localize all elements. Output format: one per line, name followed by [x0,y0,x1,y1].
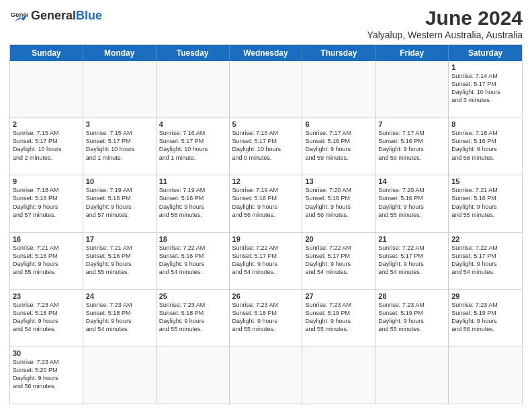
cell-info: Sunrise: 7:19 AM Sunset: 5:16 PM Dayligh… [159,186,226,219]
cal-cell-0-5 [375,61,449,118]
cal-cell-1-5: 7Sunrise: 7:17 AM Sunset: 5:16 PM Daylig… [375,118,449,175]
calendar: Sunday Monday Tuesday Wednesday Thursday… [9,44,523,404]
day-number: 13 [305,177,372,185]
day-number: 9 [13,177,80,185]
cal-cell-3-2: 18Sunrise: 7:22 AM Sunset: 5:16 PM Dayli… [157,233,230,289]
cal-cell-0-6: 1Sunrise: 7:14 AM Sunset: 5:17 PM Daylig… [449,61,522,118]
cal-cell-1-6: 8Sunrise: 7:18 AM Sunset: 5:16 PM Daylig… [449,118,522,175]
cell-info: Sunrise: 7:19 AM Sunset: 5:16 PM Dayligh… [86,186,153,219]
cell-info: Sunrise: 7:21 AM Sunset: 5:16 PM Dayligh… [86,244,153,277]
cal-cell-4-5: 28Sunrise: 7:23 AM Sunset: 5:19 PM Dayli… [375,290,449,347]
cell-info: Sunrise: 7:22 AM Sunset: 5:17 PM Dayligh… [305,244,372,277]
cal-cell-3-5: 21Sunrise: 7:22 AM Sunset: 5:17 PM Dayli… [375,233,449,289]
cal-cell-4-0: 23Sunrise: 7:23 AM Sunset: 5:18 PM Dayli… [10,290,83,347]
day-number: 2 [13,120,80,128]
cal-cell-3-0: 16Sunrise: 7:21 AM Sunset: 5:16 PM Dayli… [10,233,83,289]
cal-cell-2-2: 11Sunrise: 7:19 AM Sunset: 5:16 PM Dayli… [157,175,230,232]
cal-cell-5-0: 30Sunrise: 7:23 AM Sunset: 5:20 PM Dayli… [10,347,83,404]
day-number: 22 [451,235,519,243]
cal-cell-2-1: 10Sunrise: 7:19 AM Sunset: 5:16 PM Dayli… [83,175,157,232]
subtitle: Yalyalup, Western Australia, Australia [367,30,523,40]
day-number: 20 [305,235,372,243]
day-number: 16 [13,235,80,243]
cell-info: Sunrise: 7:17 AM Sunset: 5:16 PM Dayligh… [378,129,445,162]
cal-cell-5-4 [302,347,375,404]
cal-cell-0-0 [10,61,83,118]
cell-info: Sunrise: 7:18 AM Sunset: 5:16 PM Dayligh… [13,186,80,219]
cal-cell-0-2 [157,61,230,118]
header-sunday: Sunday [10,45,83,61]
cell-info: Sunrise: 7:20 AM Sunset: 5:16 PM Dayligh… [378,186,445,219]
day-number: 26 [232,292,300,300]
cell-info: Sunrise: 7:15 AM Sunset: 5:17 PM Dayligh… [13,129,80,162]
cal-cell-1-2: 4Sunrise: 7:16 AM Sunset: 5:17 PM Daylig… [157,118,230,175]
cell-info: Sunrise: 7:16 AM Sunset: 5:17 PM Dayligh… [232,129,300,162]
header-tuesday: Tuesday [157,45,230,61]
page: General GeneralBlue June 2024 Yalyalup, … [0,0,532,411]
cal-cell-2-6: 15Sunrise: 7:21 AM Sunset: 5:16 PM Dayli… [449,175,522,232]
cell-info: Sunrise: 7:22 AM Sunset: 5:17 PM Dayligh… [378,244,445,277]
cal-cell-4-1: 24Sunrise: 7:23 AM Sunset: 5:18 PM Dayli… [83,290,157,347]
day-number: 29 [451,292,519,300]
cell-info: Sunrise: 7:19 AM Sunset: 5:16 PM Dayligh… [232,186,300,219]
cal-row-3: 16Sunrise: 7:21 AM Sunset: 5:16 PM Dayli… [10,232,522,289]
header-saturday: Saturday [449,45,522,61]
cal-cell-0-4 [302,61,375,118]
day-number: 25 [159,292,226,300]
calendar-body: 1Sunrise: 7:14 AM Sunset: 5:17 PM Daylig… [10,61,522,404]
cal-cell-3-4: 20Sunrise: 7:22 AM Sunset: 5:17 PM Dayli… [302,233,375,289]
cal-cell-3-3: 19Sunrise: 7:22 AM Sunset: 5:17 PM Dayli… [230,233,303,289]
cell-info: Sunrise: 7:22 AM Sunset: 5:17 PM Dayligh… [451,244,519,277]
day-number: 5 [232,120,300,128]
day-number: 30 [13,349,80,357]
day-number: 14 [378,177,445,185]
cal-cell-1-0: 2Sunrise: 7:15 AM Sunset: 5:17 PM Daylig… [10,118,83,175]
cell-info: Sunrise: 7:23 AM Sunset: 5:18 PM Dayligh… [13,301,80,334]
day-number: 28 [378,292,445,300]
day-number: 7 [378,120,445,128]
header: General GeneralBlue June 2024 Yalyalup, … [9,7,523,40]
cell-info: Sunrise: 7:23 AM Sunset: 5:18 PM Dayligh… [232,301,300,334]
cal-cell-2-3: 12Sunrise: 7:19 AM Sunset: 5:16 PM Dayli… [230,175,303,232]
header-monday: Monday [83,45,157,61]
day-number: 21 [378,235,445,243]
cal-cell-0-1 [83,61,157,118]
day-number: 1 [451,63,519,71]
cal-cell-3-1: 17Sunrise: 7:21 AM Sunset: 5:16 PM Dayli… [83,233,157,289]
cal-row-4: 23Sunrise: 7:23 AM Sunset: 5:18 PM Dayli… [10,289,522,347]
day-number: 15 [451,177,519,185]
cell-info: Sunrise: 7:20 AM Sunset: 5:16 PM Dayligh… [305,186,372,219]
cal-cell-2-0: 9Sunrise: 7:18 AM Sunset: 5:16 PM Daylig… [10,175,83,232]
day-number: 19 [232,235,300,243]
main-title: June 2024 [367,7,523,30]
day-number: 24 [86,292,153,300]
day-number: 17 [86,235,153,243]
cell-info: Sunrise: 7:23 AM Sunset: 5:19 PM Dayligh… [451,301,519,334]
header-friday: Friday [375,45,449,61]
day-number: 8 [451,120,519,128]
day-number: 23 [13,292,80,300]
cal-cell-3-6: 22Sunrise: 7:22 AM Sunset: 5:17 PM Dayli… [449,233,522,289]
cell-info: Sunrise: 7:23 AM Sunset: 5:18 PM Dayligh… [159,301,226,334]
calendar-header: Sunday Monday Tuesday Wednesday Thursday… [10,45,522,61]
cal-cell-5-6 [449,347,522,404]
cell-info: Sunrise: 7:23 AM Sunset: 5:18 PM Dayligh… [86,301,153,334]
cal-cell-2-4: 13Sunrise: 7:20 AM Sunset: 5:16 PM Dayli… [302,175,375,232]
cal-cell-1-4: 6Sunrise: 7:17 AM Sunset: 5:16 PM Daylig… [302,118,375,175]
cal-row-5: 30Sunrise: 7:23 AM Sunset: 5:20 PM Dayli… [10,347,522,404]
title-block: June 2024 Yalyalup, Western Australia, A… [367,7,523,40]
cell-info: Sunrise: 7:21 AM Sunset: 5:16 PM Dayligh… [13,244,80,277]
generalblue-icon: General [9,7,28,26]
cell-info: Sunrise: 7:17 AM Sunset: 5:16 PM Dayligh… [305,129,372,162]
cell-info: Sunrise: 7:22 AM Sunset: 5:17 PM Dayligh… [232,244,300,277]
cal-row-2: 9Sunrise: 7:18 AM Sunset: 5:16 PM Daylig… [10,175,522,232]
day-number: 11 [159,177,226,185]
cal-cell-5-2 [157,347,230,404]
cal-cell-0-3 [230,61,303,118]
cal-cell-5-5 [375,347,449,404]
cell-info: Sunrise: 7:23 AM Sunset: 5:19 PM Dayligh… [378,301,445,334]
cell-info: Sunrise: 7:14 AM Sunset: 5:17 PM Dayligh… [451,72,519,105]
logo: General GeneralBlue [9,7,102,26]
cell-info: Sunrise: 7:16 AM Sunset: 5:17 PM Dayligh… [159,129,226,162]
cell-info: Sunrise: 7:21 AM Sunset: 5:16 PM Dayligh… [451,186,519,219]
